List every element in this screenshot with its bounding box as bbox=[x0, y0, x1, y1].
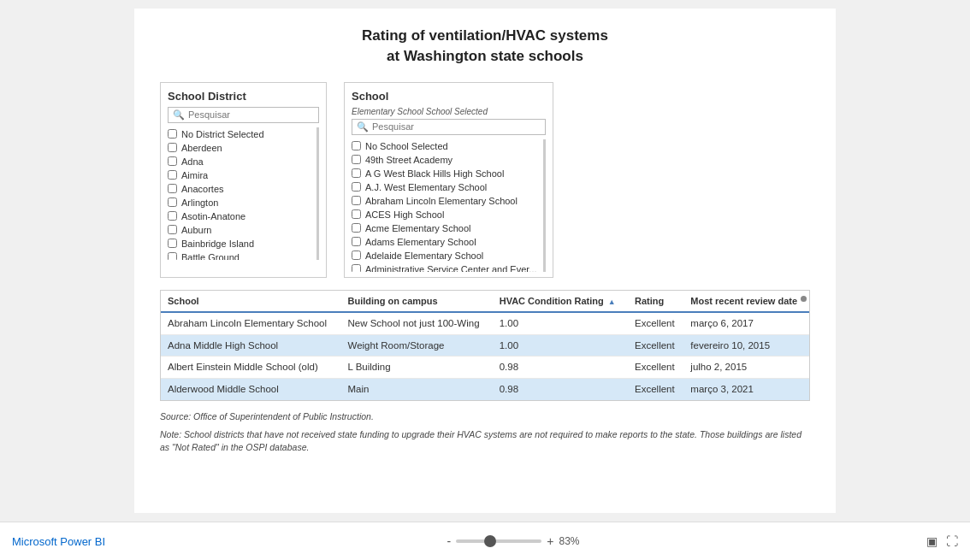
fullscreen-button[interactable]: ⛶ bbox=[946, 534, 958, 548]
list-item[interactable]: Adams Elementary School bbox=[352, 235, 543, 249]
district-checkbox[interactable] bbox=[168, 211, 177, 221]
district-checkbox[interactable] bbox=[168, 170, 177, 180]
cell-rating: Excellent bbox=[628, 334, 683, 357]
district-checkbox[interactable] bbox=[168, 129, 177, 139]
district-search-box[interactable]: 🔍 bbox=[168, 107, 319, 123]
school-checkbox[interactable] bbox=[352, 209, 361, 219]
list-item[interactable]: Administrative Service Center and Ever..… bbox=[352, 262, 543, 272]
bottom-icons: ▣ ⛶ bbox=[926, 534, 958, 548]
district-checkbox[interactable] bbox=[168, 239, 177, 248]
district-filter-label: School District bbox=[168, 90, 319, 103]
cell-hvac: 0.98 bbox=[493, 357, 628, 379]
zoom-controls: - + 83% bbox=[447, 534, 585, 548]
list-item[interactable]: Anacortes bbox=[168, 182, 316, 196]
district-checkbox[interactable] bbox=[168, 197, 177, 207]
list-item[interactable]: Aberdeen bbox=[168, 141, 316, 155]
col-hvac[interactable]: HVAC Condition Rating ▲ bbox=[493, 291, 628, 312]
source-text: Source: Office of Superintendent of Publ… bbox=[160, 411, 810, 421]
school-checkbox[interactable] bbox=[352, 155, 361, 164]
cell-date: julho 2, 2015 bbox=[683, 357, 809, 379]
school-selected-info: Elementary School School Selected bbox=[352, 107, 546, 116]
scroll-indicator bbox=[801, 296, 807, 302]
col-date: Most recent review date bbox=[683, 291, 809, 312]
list-item[interactable]: No School Selected bbox=[352, 139, 543, 153]
report-title: Rating of ventilation/HVAC systems at Wa… bbox=[160, 26, 810, 67]
district-checkbox[interactable] bbox=[168, 252, 177, 260]
table-row: Alderwood Middle School Main 0.98 Excell… bbox=[161, 379, 809, 400]
list-item[interactable]: ACES High School bbox=[352, 208, 543, 221]
list-item[interactable]: Abraham Lincoln Elementary School bbox=[352, 194, 543, 208]
cell-date: março 6, 2017 bbox=[683, 312, 809, 334]
cell-school: Adna Middle High School bbox=[161, 334, 341, 357]
note-text: Note: School districts that have not rec… bbox=[160, 428, 810, 453]
district-checkbox[interactable] bbox=[168, 225, 177, 234]
district-search-icon: 🔍 bbox=[173, 109, 185, 121]
col-building: Building on campus bbox=[341, 291, 493, 312]
district-filter-list: No District Selected Aberdeen Adna Aimir… bbox=[168, 127, 319, 260]
cell-rating: Excellent bbox=[628, 379, 683, 400]
school-search-input[interactable] bbox=[372, 121, 541, 132]
school-filter-label: School bbox=[352, 90, 546, 103]
district-checkbox[interactable] bbox=[168, 143, 177, 152]
data-table-container: School Building on campus HVAC Condition… bbox=[160, 290, 810, 402]
list-item[interactable]: Arlington bbox=[168, 196, 316, 209]
school-checkbox[interactable] bbox=[352, 264, 361, 272]
cell-building: New School not just 100-Wing bbox=[341, 312, 493, 334]
school-checkbox[interactable] bbox=[352, 237, 361, 246]
list-item[interactable]: Bainbridge Island bbox=[168, 237, 316, 251]
school-filter-panel: School Elementary School School Selected… bbox=[344, 82, 553, 278]
cell-rating: Excellent bbox=[628, 357, 683, 379]
zoom-out-button[interactable]: - bbox=[447, 534, 452, 548]
school-checkbox[interactable] bbox=[352, 196, 361, 205]
cell-date: fevereiro 10, 2015 bbox=[683, 334, 809, 357]
cell-hvac: 1.00 bbox=[493, 312, 628, 334]
list-item[interactable]: Battle Ground bbox=[168, 251, 316, 260]
school-search-icon: 🔍 bbox=[357, 121, 369, 133]
cell-school: Alderwood Middle School bbox=[161, 379, 341, 400]
table-row: Abraham Lincoln Elementary School New Sc… bbox=[161, 312, 809, 334]
list-item[interactable]: Auburn bbox=[168, 223, 316, 237]
list-item[interactable]: Asotin-Anatone bbox=[168, 209, 316, 223]
school-checkbox[interactable] bbox=[352, 223, 361, 233]
list-item[interactable]: A G West Black Hills High School bbox=[352, 167, 543, 180]
school-checkbox[interactable] bbox=[352, 251, 361, 260]
data-table: School Building on campus HVAC Condition… bbox=[161, 291, 809, 401]
filters-row: School District 🔍 No District Selected A… bbox=[160, 82, 810, 278]
district-search-input[interactable] bbox=[188, 109, 314, 120]
zoom-slider[interactable] bbox=[456, 539, 541, 543]
cell-building: Weight Room/Storage bbox=[341, 334, 493, 357]
col-school: School bbox=[161, 291, 341, 312]
cell-rating: Excellent bbox=[628, 312, 683, 334]
table-row: Adna Middle High School Weight Room/Stor… bbox=[161, 334, 809, 357]
cell-building: Main bbox=[341, 379, 493, 400]
powerbi-link[interactable]: Microsoft Power BI bbox=[12, 535, 105, 548]
school-checkbox[interactable] bbox=[352, 168, 361, 178]
col-rating: Rating bbox=[628, 291, 683, 312]
list-item[interactable]: No District Selected bbox=[168, 127, 316, 141]
zoom-in-button[interactable]: + bbox=[547, 534, 553, 548]
sort-arrow-icon: ▲ bbox=[608, 298, 616, 306]
list-item[interactable]: 49th Street Academy bbox=[352, 153, 543, 167]
district-checkbox[interactable] bbox=[168, 184, 177, 193]
bottom-bar: Microsoft Power BI - + 83% ▣ ⛶ bbox=[0, 522, 970, 560]
list-item[interactable]: Adelaide Elementary School bbox=[352, 249, 543, 262]
school-filter-list: No School Selected 49th Street Academy A… bbox=[352, 139, 546, 272]
list-item[interactable]: A.J. West Elementary School bbox=[352, 180, 543, 194]
fit-to-screen-button[interactable]: ▣ bbox=[926, 534, 937, 548]
cell-hvac: 1.00 bbox=[493, 334, 628, 357]
table-row: Albert Einstein Middle School (old) L Bu… bbox=[161, 357, 809, 379]
district-checkbox[interactable] bbox=[168, 156, 177, 166]
cell-building: L Building bbox=[341, 357, 493, 379]
cell-school: Albert Einstein Middle School (old) bbox=[161, 357, 341, 379]
list-item[interactable]: Adna bbox=[168, 155, 316, 168]
list-item[interactable]: Aimira bbox=[168, 168, 316, 182]
cell-school: Abraham Lincoln Elementary School bbox=[161, 312, 341, 334]
list-item[interactable]: Acme Elementary School bbox=[352, 221, 543, 235]
zoom-level-label: 83% bbox=[559, 535, 584, 547]
school-search-box[interactable]: 🔍 bbox=[352, 119, 546, 135]
cell-date: março 3, 2021 bbox=[683, 379, 809, 400]
school-checkbox[interactable] bbox=[352, 141, 361, 150]
school-checkbox[interactable] bbox=[352, 182, 361, 192]
district-filter-panel: School District 🔍 No District Selected A… bbox=[160, 82, 327, 278]
cell-hvac: 0.98 bbox=[493, 379, 628, 400]
